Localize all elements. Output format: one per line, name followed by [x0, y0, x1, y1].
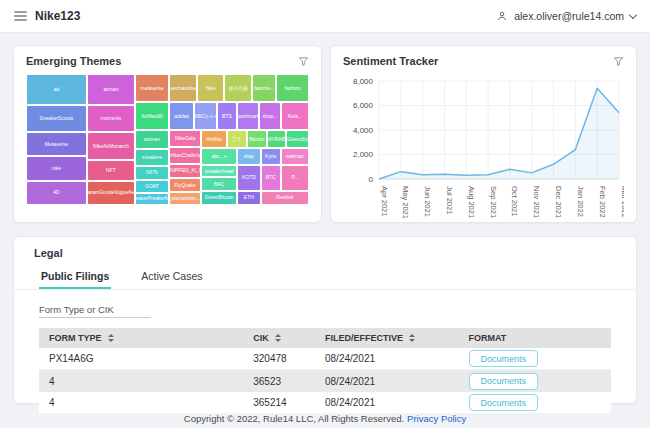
svg-text:Dec 2021: Dec 2021: [554, 186, 563, 218]
treemap-tile[interactable]: Nike: [197, 74, 224, 102]
treemap-tile[interactable]: BTS: [217, 102, 237, 130]
treemap-tile[interactable]: adidas: [169, 102, 194, 130]
filed-effective-cell: 08/24/2021: [325, 397, 469, 408]
sort-icon: [108, 334, 114, 342]
treemap-tile[interactable]: BTC: [261, 165, 281, 191]
treemap-tile[interactable]: NikeAirMonarch: [87, 132, 135, 160]
cik-cell: 36523: [253, 376, 325, 387]
treemap-tile[interactable]: ebay: [237, 148, 261, 165]
treemap-tile[interactable]: nike: [26, 156, 87, 181]
treemap-tile[interactable]: GreenBitcoin: [201, 191, 236, 205]
treemap-tile[interactable]: SneakerScouts: [26, 105, 87, 132]
emerging-themes-title: Emerging Themes: [26, 55, 121, 67]
copyright-text: Copyright © 2022, Rule14 LLC, All Rights…: [184, 413, 404, 424]
column-header[interactable]: FILED/EFFECTIVE: [325, 333, 469, 343]
treemap-tile[interactable]: ETH: [237, 191, 261, 205]
column-header: FORMAT: [469, 333, 601, 343]
treemap-tile[interactable]: airmax: [87, 74, 135, 105]
treemap-tile[interactable]: 二十: [227, 130, 247, 148]
treemap-tile[interactable]: metaverse: [135, 74, 169, 102]
svg-text:Mar 2022: Mar 2022: [620, 186, 625, 218]
column-header[interactable]: FORM TYPE: [49, 333, 253, 343]
account-menu[interactable]: alex.oliver@rule14.com: [496, 10, 636, 22]
legal-tabs: Public Filings Active Cases: [14, 266, 636, 290]
filter-icon[interactable]: [298, 56, 309, 67]
treemap-tile[interactable]: AirMaxChallenge: [169, 147, 202, 163]
treemap-tile[interactable]: poshmark: [237, 102, 260, 130]
filter-icon[interactable]: [613, 56, 624, 67]
sort-icon: [409, 334, 415, 342]
treemap-tile[interactable]: merchandises: [169, 74, 197, 102]
svg-text:6,000: 6,000: [353, 101, 374, 110]
form-type-cell: 4: [49, 397, 253, 408]
column-header[interactable]: CIK: [253, 333, 325, 343]
hamburger-menu-icon[interactable]: [14, 9, 27, 23]
sort-icon: [275, 334, 281, 342]
tab-active-cases[interactable]: Active Cases: [139, 266, 204, 289]
account-email: alex.oliver@rule14.com: [514, 10, 624, 22]
treemap-tile[interactable]: NFTs: [135, 166, 169, 180]
table-row: 43652308/24/2021Documents: [39, 370, 611, 392]
svg-text:2,000: 2,000: [353, 150, 374, 159]
treemap-tile[interactable]: sneakerhead: [201, 165, 236, 177]
chevron-down-icon: [629, 11, 637, 19]
treemap-tile[interactable]: NikeGala: [169, 130, 202, 147]
form-type-cik-input[interactable]: [39, 302, 151, 318]
treemap-tile[interactable]: sneakers: [135, 149, 169, 166]
treemap-tile[interactable]: ABC뉴스+: [194, 102, 217, 130]
documents-button[interactable]: Documents: [469, 394, 539, 411]
treemap-tile[interactable]: Reebok: [261, 191, 309, 205]
svg-text:8,000: 8,000: [353, 77, 374, 86]
treemap-tile[interactable]: Metaverse: [26, 132, 87, 156]
brand-title: Nike123: [35, 9, 80, 23]
treemap-tile[interactable]: yourversion...: [169, 192, 202, 205]
svg-text:Oct 2021: Oct 2021: [510, 186, 519, 216]
treemap-tile[interactable]: AirMax: [201, 130, 226, 148]
treemap-tile[interactable]: Kyrie: [261, 148, 281, 165]
svg-text:Sep 2021: Sep 2021: [489, 186, 498, 218]
treemap-tile[interactable]: NFT: [87, 160, 135, 180]
tab-public-filings[interactable]: Public Filings: [39, 266, 111, 289]
filed-effective-cell: 08/24/2021: [325, 376, 469, 387]
treemap-tile[interactable]: moments: [87, 105, 135, 132]
cik-cell: 365214: [253, 397, 325, 408]
themes-treemap: adSneakerScoutsMetaversenike4Dairmaxmome…: [26, 74, 309, 205]
treemap-tile[interactable]: 행커치움: [224, 74, 252, 102]
treemap-tile[interactable]: Bitcoin: [247, 130, 267, 148]
form-type-cell: PX14A6G: [49, 353, 253, 364]
sentiment-tracker-title: Sentiment Tracker: [343, 55, 438, 67]
treemap-tile[interactable]: Givenchy: [286, 130, 309, 148]
treemap-tile[interactable]: FlyQuake: [169, 178, 202, 192]
treemap-tile[interactable]: favorite...: [252, 74, 276, 102]
treemap-tile[interactable]: SNIPPEN_KI_KI: [169, 164, 202, 178]
treemap-tile[interactable]: AYRAB: [267, 130, 287, 148]
svg-text:Jun 2021: Jun 2021: [423, 186, 432, 217]
svg-text:May 2021: May 2021: [401, 186, 410, 219]
legal-title: Legal: [14, 247, 636, 259]
documents-button[interactable]: Documents: [469, 350, 539, 367]
treemap-tile[interactable]: GOAT: [135, 180, 169, 192]
sentiment-tracker-panel: Sentiment Tracker 02,0004,0006,0008,000A…: [330, 45, 637, 223]
treemap-tile[interactable]: fashion: [276, 74, 309, 102]
treemap-tile[interactable]: KOTD: [237, 165, 261, 191]
treemap-tile[interactable]: walmart: [281, 148, 309, 165]
treemap-tile[interactable]: abc...+: [201, 148, 236, 165]
documents-button[interactable]: Documents: [469, 373, 539, 390]
treemap-tile[interactable]: SneakerFreakerMag: [135, 193, 169, 205]
treemap-tile[interactable]: women: [135, 130, 169, 148]
cik-cell: 320478: [253, 353, 325, 364]
treemap-tile[interactable]: KaramGundeVogueKen: [87, 181, 135, 205]
treemap-tile[interactable]: ad: [26, 74, 87, 105]
topbar: Nike123 alex.oliver@rule14.com: [0, 0, 650, 33]
treemap-tile[interactable]: Kela...: [281, 102, 309, 130]
treemap-tile[interactable]: BAC: [201, 177, 236, 190]
treemap-tile[interactable]: AirMax90: [135, 102, 169, 130]
svg-text:Jul 2021: Jul 2021: [445, 186, 454, 214]
treemap-tile[interactable]: shop...: [259, 102, 280, 130]
treemap-tile[interactable]: 4D: [26, 181, 87, 205]
user-icon: [496, 10, 508, 22]
treemap-tile[interactable]: P...: [281, 165, 309, 191]
svg-text:4,000: 4,000: [353, 126, 374, 135]
svg-text:Jan 2022: Jan 2022: [576, 186, 585, 217]
privacy-policy-link[interactable]: Privacy Policy: [407, 413, 466, 424]
